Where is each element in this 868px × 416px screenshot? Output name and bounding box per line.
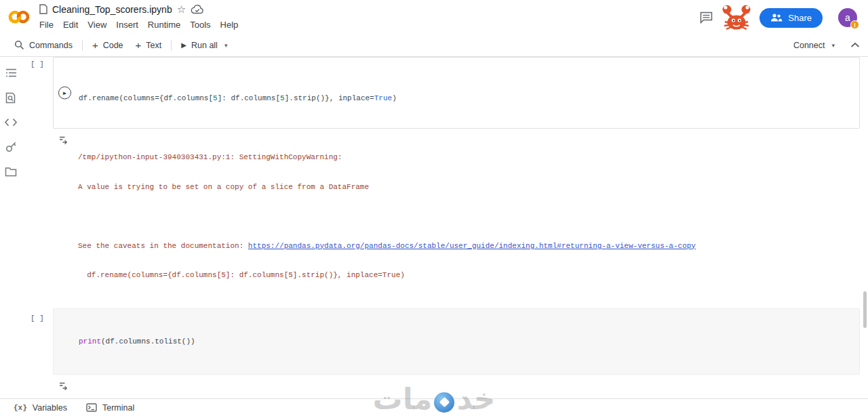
terminal-icon — [86, 403, 97, 412]
cloud-save-icon[interactable] — [191, 4, 204, 15]
menu-edit[interactable]: Edit — [63, 20, 78, 30]
plus-icon: + — [92, 39, 98, 51]
code-line: df.rename(columns={df.columns[5]: df.col… — [79, 93, 854, 104]
status-bar: {x} Variables Terminal — [0, 398, 868, 416]
search-icon — [14, 40, 24, 50]
connect-button[interactable]: Connect ▾ — [787, 41, 841, 50]
menu-runtime[interactable]: Runtime — [148, 20, 180, 30]
share-people-icon — [770, 13, 783, 22]
run-cell-button[interactable]: ▶ — [58, 87, 71, 100]
cell-output: /tmp/ipython-input-3940303431.py:1: Sett… — [22, 133, 860, 300]
output-line: See the caveats in the documentation: ht… — [78, 241, 860, 251]
play-icon: ▶ — [181, 41, 186, 49]
menubar: File Edit View Insert Runtime Tools Help — [39, 20, 238, 30]
menu-file[interactable]: File — [39, 20, 54, 30]
output-stream-icon — [59, 135, 68, 300]
output-text: /tmp/ipython-input-3940303431.py:1: Sett… — [78, 133, 860, 300]
crab-avatar-image — [721, 1, 752, 35]
run-all-label: Run all — [191, 41, 218, 50]
output-line: A value is trying to be set on a copy of… — [78, 182, 860, 192]
notebook-title[interactable]: Cleaning_Top_scorers.ipynb — [52, 4, 172, 15]
code-line: print(df.columns.tolist()) — [79, 336, 854, 347]
add-code-label: Code — [103, 41, 123, 50]
find-replace-icon[interactable] — [5, 92, 16, 104]
collapse-toolbar-icon[interactable] — [850, 42, 860, 48]
variables-label: Variables — [33, 403, 67, 413]
output-stream-icon — [59, 381, 68, 399]
output-line: df.rename(columns={df.columns[5]: df.col… — [78, 270, 860, 280]
output-text: ['Country', 'League', 'Club', 'Player Na… — [78, 379, 860, 399]
notebook-icon — [39, 4, 47, 14]
notebook-cells-area: [ ] ▶ df.rename(columns={df.columns[5]: … — [22, 57, 868, 398]
menu-insert[interactable]: Insert — [116, 20, 138, 30]
add-text-button[interactable]: + Text — [130, 34, 168, 56]
user-avatar[interactable]: a ! — [838, 8, 857, 27]
share-label: Share — [788, 13, 812, 23]
files-folder-icon[interactable] — [5, 167, 17, 177]
terminal-label: Terminal — [102, 403, 134, 413]
menu-tools[interactable]: Tools — [190, 20, 210, 30]
toolbar: Commands + Code + Text ▶ Run all ▾ Conne… — [0, 34, 868, 57]
toolbar-divider — [82, 40, 83, 51]
menu-help[interactable]: Help — [220, 20, 239, 30]
notebook-main: [ ] ▶ df.rename(columns={df.columns[5]: … — [0, 57, 868, 398]
play-icon: ▶ — [63, 87, 66, 98]
comments-icon[interactable] — [699, 11, 713, 24]
colab-logo-icon[interactable] — [8, 9, 30, 28]
share-button[interactable]: Share — [760, 8, 823, 28]
menu-view[interactable]: View — [87, 20, 106, 30]
variables-button[interactable]: {x} Variables — [14, 403, 67, 413]
execution-count[interactable]: [ ] — [22, 57, 53, 129]
code-editor[interactable]: ▶ df.rename(columns={df.columns[5]: df.c… — [53, 57, 860, 129]
connect-label: Connect — [793, 41, 825, 50]
code-cell: [ ] ▶ df.rename(columns={df.columns[5]: … — [22, 57, 860, 129]
secrets-key-icon[interactable] — [5, 141, 17, 152]
table-of-contents-icon[interactable] — [5, 68, 17, 78]
commands-button[interactable]: Commands — [8, 34, 79, 56]
cell-output: ['Country', 'League', 'Club', 'Player Na… — [22, 379, 860, 399]
run-all-button[interactable]: ▶ Run all ▾ — [175, 34, 233, 56]
left-sidebar — [0, 57, 22, 398]
output-line: /tmp/ipython-input-3940303431.py:1: Sett… — [78, 152, 860, 163]
toolbar-divider — [171, 40, 172, 51]
output-line — [78, 211, 860, 222]
code-snippets-icon[interactable] — [5, 118, 17, 127]
commands-label: Commands — [29, 41, 73, 50]
execution-count[interactable]: [ ] — [22, 308, 53, 375]
avatar-alert-badge: ! — [850, 20, 859, 29]
chevron-down-icon: ▾ — [831, 42, 835, 49]
chevron-down-icon: ▾ — [224, 42, 228, 49]
header: Cleaning_Top_scorers.ipynb ☆ File Edit V… — [0, 0, 868, 34]
plus-icon: + — [136, 39, 142, 51]
add-text-label: Text — [146, 41, 161, 50]
code-cell: [ ] print(df.columns.tolist()) — [22, 308, 860, 375]
code-editor[interactable]: print(df.columns.tolist()) — [53, 308, 860, 375]
add-code-button[interactable]: + Code — [86, 34, 130, 56]
variables-icon: {x} — [14, 404, 27, 412]
star-icon[interactable]: ☆ — [177, 3, 186, 16]
avatar-letter: a — [845, 12, 850, 23]
vertical-scrollbar[interactable] — [863, 291, 867, 328]
terminal-button[interactable]: Terminal — [86, 403, 134, 413]
